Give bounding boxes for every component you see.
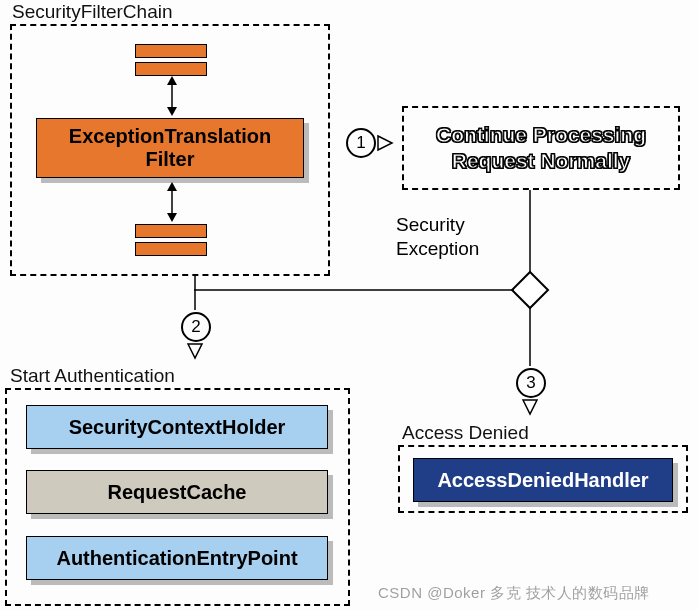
arrow-top-double [166, 76, 178, 116]
step-3-marker: 3 [516, 368, 546, 398]
access-denied-handler: AccessDeniedHandler [413, 458, 673, 502]
svg-marker-2 [167, 107, 177, 116]
security-exception-label: Security Exception [396, 213, 516, 261]
access-denied-title: Access Denied [402, 422, 529, 444]
svg-marker-13 [523, 400, 537, 414]
authentication-entry-point-label: AuthenticationEntryPoint [56, 547, 297, 570]
step-1-marker: 1 [346, 128, 376, 158]
line-diamond-down [525, 308, 535, 366]
svg-marker-5 [167, 213, 177, 222]
start-auth-title: Start Authentication [10, 365, 175, 387]
security-context-holder: SecurityContextHolder [26, 405, 328, 449]
filter-bar-bot1 [135, 224, 207, 238]
security-context-holder-label: SecurityContextHolder [69, 416, 286, 439]
arrow-to-auth [188, 344, 202, 364]
request-cache-label: RequestCache [108, 481, 247, 504]
filter-chain-title: SecurityFilterChain [12, 1, 173, 23]
filter-bar-top2 [135, 62, 207, 76]
arrow-to-continue [378, 136, 398, 150]
line-continue-to-diamond [525, 190, 535, 272]
watermark: CSDN @Doker 多克 技术人的数码品牌 [378, 584, 650, 603]
filter-bar-bot2 [135, 242, 207, 256]
svg-marker-1 [167, 76, 177, 85]
svg-marker-12 [188, 344, 202, 358]
arrow-bottom-double [166, 182, 178, 222]
authentication-entry-point: AuthenticationEntryPoint [26, 536, 328, 580]
arrow-to-denied [523, 400, 537, 420]
continue-text: Continue Processing Request Normally [402, 122, 680, 175]
svg-marker-7 [512, 272, 548, 308]
decision-diamond [510, 270, 550, 310]
step-2-marker: 2 [181, 312, 211, 342]
access-denied-handler-label: AccessDeniedHandler [437, 469, 648, 492]
svg-marker-6 [378, 136, 392, 150]
svg-marker-4 [167, 182, 177, 191]
line-to-step2-down [190, 276, 200, 310]
line-diamond-left [194, 286, 514, 294]
filter-bar-top1 [135, 44, 207, 58]
filter-box-label: ExceptionTranslation Filter [69, 125, 271, 171]
request-cache: RequestCache [26, 470, 328, 514]
continue-text-span: Continue Processing Request Normally [436, 123, 646, 172]
exception-translation-filter: ExceptionTranslation Filter [36, 118, 304, 178]
